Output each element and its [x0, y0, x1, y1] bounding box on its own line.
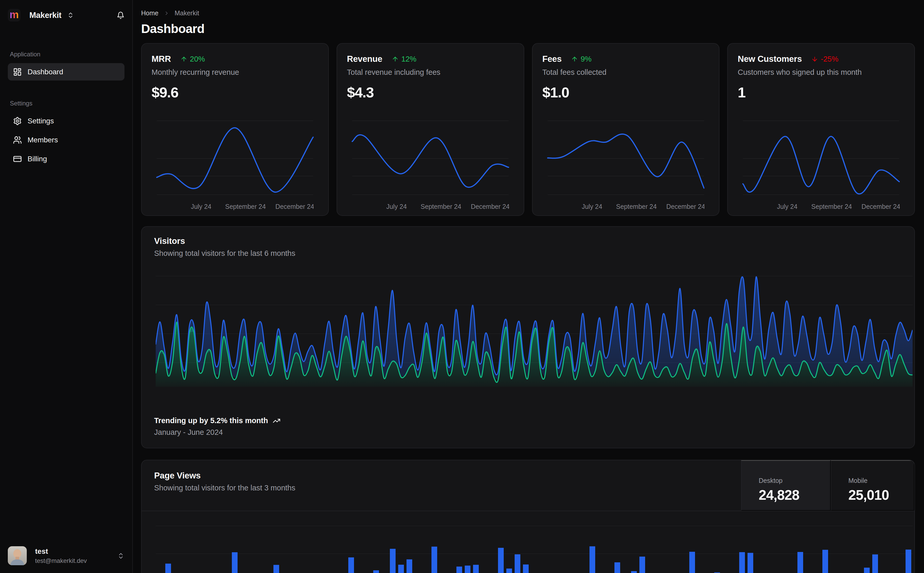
sidebar-item-billing[interactable]: Billing	[8, 150, 124, 168]
credit-card-icon	[13, 155, 22, 163]
arrow-up-icon	[571, 56, 578, 63]
stat-trend-value: 12%	[401, 55, 416, 63]
sidebar-item-members[interactable]: Members	[8, 131, 124, 149]
toggle-desktop-button[interactable]: Desktop 24,828	[741, 460, 831, 511]
visitors-card: Visitors Showing total visitors for the …	[141, 226, 915, 448]
svg-text:July 24: July 24	[777, 203, 797, 210]
page-views-toggle: Desktop 24,828 Mobile 25,010	[741, 460, 915, 511]
stat-trend: 12%	[392, 55, 416, 63]
stat-value: $4.3	[337, 84, 524, 101]
visitors-trend-row: Trending up by 5.2% this month	[154, 416, 902, 425]
bell-icon	[117, 11, 124, 19]
stat-value: 1	[728, 84, 915, 101]
visitors-subtitle: Showing total visitors for the last 6 mo…	[142, 249, 915, 258]
stat-title: MRR	[152, 54, 171, 64]
stat-card-header: MRR 20%	[142, 54, 328, 64]
svg-text:December 24: December 24	[666, 203, 704, 210]
svg-text:July 24: July 24	[582, 203, 602, 210]
svg-text:July 24: July 24	[386, 203, 407, 210]
arrow-up-icon	[392, 56, 399, 63]
stat-trend-value: -25%	[821, 55, 838, 63]
stat-card-header: New Customers -25%	[728, 54, 915, 64]
svg-text:December 24: December 24	[861, 203, 900, 210]
stat-card-fees: Fees 9% Total fees collected $1.0 July 2…	[532, 43, 720, 216]
svg-text:September 24: September 24	[225, 203, 266, 210]
user-menu[interactable]: test test@makerkit.dev	[8, 546, 124, 565]
arrow-up-icon	[180, 56, 187, 63]
arrow-down-icon	[811, 56, 818, 63]
stat-trend-value: 9%	[580, 55, 591, 63]
layout-dashboard-icon	[13, 67, 22, 77]
stat-title: New Customers	[737, 54, 802, 64]
stat-card-mrr: MRR 20% Monthly recurring revenue $9.6 J…	[141, 43, 329, 216]
new-customers-sparkline-chart: July 24September 24December 24	[742, 120, 900, 211]
toggle-value: 24,828	[759, 487, 830, 503]
chevrons-up-down-icon	[67, 12, 74, 19]
revenue-sparkline-chart: July 24September 24December 24	[351, 120, 509, 211]
user-meta: test test@makerkit.dev	[35, 547, 87, 564]
stat-card-revenue: Revenue 12% Total revenue including fees…	[337, 43, 524, 216]
stat-trend-value: 20%	[190, 55, 205, 63]
makerkit-logo: m	[8, 9, 20, 22]
stat-cards: MRR 20% Monthly recurring revenue $9.6 J…	[141, 43, 915, 216]
toggle-mobile-button[interactable]: Mobile 25,010	[831, 460, 915, 511]
nav-section-settings: Settings	[10, 100, 124, 107]
user-email: test@makerkit.dev	[35, 557, 87, 564]
gear-icon	[13, 117, 22, 125]
user-name: test	[35, 547, 87, 556]
stat-subtitle: Customers who signed up this month	[728, 68, 915, 77]
svg-text:September 24: September 24	[811, 203, 852, 210]
stat-title: Fees	[543, 54, 562, 64]
sidebar-item-label: Members	[28, 136, 58, 144]
visitors-trend-text: Trending up by 5.2% this month	[154, 416, 268, 425]
stat-trend: -25%	[811, 55, 838, 63]
mrr-sparkline-chart: July 24September 24December 24	[156, 120, 314, 211]
trending-up-icon	[273, 417, 281, 425]
svg-text:July 24: July 24	[191, 203, 211, 210]
toggle-label: Desktop	[759, 477, 830, 484]
chevrons-up-down-icon	[117, 552, 124, 559]
notifications-button[interactable]	[117, 11, 124, 19]
stat-chart-area: July 24September 24December 24	[533, 120, 719, 215]
stat-value: $1.0	[533, 84, 719, 101]
logo-letter: m	[9, 9, 19, 20]
stat-chart-area: July 24September 24December 24	[142, 120, 328, 215]
breadcrumb-home[interactable]: Home	[141, 9, 158, 17]
stat-card-header: Fees 9%	[533, 54, 719, 64]
dashboard-screen: m Makerkit Application Dashboard Setting…	[0, 0, 924, 573]
users-icon	[13, 136, 22, 144]
stat-subtitle: Total revenue including fees	[337, 68, 524, 77]
stat-trend: 20%	[180, 55, 205, 63]
stat-subtitle: Monthly recurring revenue	[142, 68, 328, 77]
stat-title: Revenue	[347, 54, 382, 64]
sidebar-item-label: Settings	[28, 117, 54, 125]
sidebar-item-label: Dashboard	[28, 68, 63, 76]
toggle-label: Mobile	[849, 477, 914, 484]
sidebar-item-settings[interactable]: Settings	[8, 112, 124, 130]
avatar	[8, 546, 27, 565]
fees-sparkline-chart: July 24September 24December 24	[547, 120, 704, 211]
stat-trend: 9%	[571, 55, 591, 63]
main-content: Home Makerkit Dashboard MRR 20% Month	[133, 0, 924, 573]
svg-text:December 24: December 24	[275, 203, 314, 210]
page-views-card: Page Views Showing total visitors for th…	[141, 460, 915, 573]
stat-chart-area: July 24September 24December 24	[337, 120, 524, 215]
stat-card-header: Revenue 12%	[337, 54, 524, 64]
stat-value: $9.6	[142, 84, 328, 101]
page-views-header-left: Page Views Showing total visitors for th…	[142, 460, 741, 511]
nav-section-application: Application	[10, 51, 124, 58]
workspace-selector[interactable]: m Makerkit	[8, 9, 124, 22]
visitors-title: Visitors	[142, 236, 915, 246]
svg-text:December 24: December 24	[471, 203, 509, 210]
sidebar-item-dashboard[interactable]: Dashboard	[8, 63, 124, 80]
breadcrumb: Home Makerkit	[141, 9, 915, 17]
page-views-bar-chart	[156, 518, 913, 573]
stat-card-new-customers: New Customers -25% Customers who signed …	[727, 43, 915, 216]
stat-subtitle: Total fees collected	[533, 68, 719, 77]
svg-text:September 24: September 24	[616, 203, 657, 210]
page-views-subtitle: Showing total visitors for the last 3 mo…	[154, 484, 728, 492]
sidebar: m Makerkit Application Dashboard Setting…	[0, 0, 133, 573]
toggle-value: 25,010	[849, 487, 914, 503]
sidebar-item-label: Billing	[28, 155, 47, 163]
visitors-date-range: January - June 2024	[154, 428, 902, 437]
